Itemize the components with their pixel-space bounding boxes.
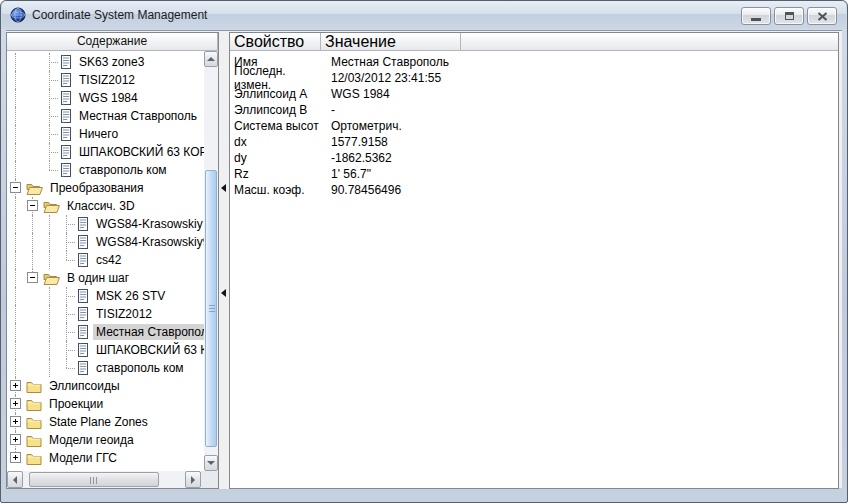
close-button[interactable] <box>807 7 837 25</box>
tree-horizontal-scrollbar[interactable] <box>7 471 201 488</box>
collapse-box-icon[interactable] <box>27 200 38 211</box>
properties-panel: Свойство Значение ИмяМестная СтавропольП… <box>229 32 839 489</box>
tree-item[interactable]: TISIZ2012 <box>7 305 204 323</box>
property-row[interactable]: Последн. измен.12/03/2012 23:41:55 <box>230 70 838 86</box>
tree-guide <box>41 359 58 377</box>
maximize-button[interactable] <box>774 7 804 25</box>
scroll-up-button[interactable] <box>204 51 218 67</box>
tree-item[interactable]: WGS84-Krasowskiy <box>7 215 204 233</box>
tree-item[interactable]: Эллипсоиды <box>7 377 204 395</box>
tree-guide <box>7 323 24 341</box>
expand-box-icon[interactable] <box>10 380 21 391</box>
document-icon <box>77 307 89 321</box>
document-icon <box>77 325 89 339</box>
tree-item-label: TISIZ2012 <box>76 72 138 88</box>
document-icon <box>60 163 72 177</box>
tree-item-label: Преобразования <box>47 180 147 196</box>
vertical-scroll-thumb[interactable] <box>205 170 217 447</box>
collapse-box-icon[interactable] <box>10 182 21 193</box>
property-row[interactable]: dx1577.9158 <box>230 134 838 150</box>
tree-item[interactable]: WGS84-Krasowskiy95 <box>7 233 204 251</box>
minimize-icon <box>751 18 761 21</box>
splitter-arrow-icon[interactable] <box>221 184 226 192</box>
horizontal-scroll-thumb[interactable] <box>29 472 159 487</box>
tree-item-label: Проекции <box>46 396 106 412</box>
tree-item[interactable]: Преобразования <box>7 179 204 197</box>
document-icon <box>60 55 72 69</box>
tree-guide <box>24 125 41 143</box>
tree-item-label: TISIZ2012 <box>93 306 155 322</box>
scroll-left-button[interactable] <box>7 471 23 488</box>
collapse-box-icon[interactable] <box>27 272 38 283</box>
tree-guide <box>41 287 58 305</box>
tree-item[interactable]: State Plane Zones <box>7 413 204 431</box>
document-icon <box>77 361 89 375</box>
tree-item[interactable]: Ничего <box>7 125 204 143</box>
scrollbar-corner <box>201 471 218 488</box>
expand-box-icon[interactable] <box>10 434 21 445</box>
tree-guide <box>24 143 41 161</box>
tree-item-label: ШПАКОВСКИЙ 63 КОР <box>93 342 204 358</box>
tree-guide <box>24 305 41 323</box>
tree-item[interactable]: Модели геоида <box>7 431 204 449</box>
tree-guide <box>7 341 24 359</box>
properties-list: ИмяМестная СтавропольПоследн. измен.12/0… <box>230 51 838 198</box>
tree-guide <box>41 71 58 89</box>
folder-icon <box>26 182 43 195</box>
tree-item-label: State Plane Zones <box>46 414 151 430</box>
tree-item-label: WGS 1984 <box>76 90 141 106</box>
splitter-arrow-icon[interactable] <box>221 289 226 297</box>
right-arrow-icon <box>191 476 195 484</box>
property-name: Эллипсоид В <box>230 103 321 117</box>
property-row[interactable]: Эллипсоид АWGS 1984 <box>230 86 838 102</box>
tree-item[interactable]: Местная Ставрополь <box>7 107 204 125</box>
scroll-right-button[interactable] <box>185 471 201 488</box>
property-row[interactable]: Rz1' 56.7" <box>230 166 838 182</box>
tree-item[interactable]: SK63 zone3 <box>7 53 204 71</box>
tree-item-label: ставрополь ком <box>76 162 170 178</box>
tree-item[interactable]: В один шаг <box>7 269 204 287</box>
tree-item[interactable]: cs42 <box>7 251 204 269</box>
property-row[interactable]: Эллипсоид В- <box>230 102 838 118</box>
up-arrow-icon <box>207 57 215 61</box>
tree-guide <box>41 53 58 71</box>
tree-item[interactable]: TISIZ2012 <box>7 71 204 89</box>
tree-vertical-scrollbar[interactable] <box>204 51 218 471</box>
folder-icon <box>26 416 42 429</box>
tree-item[interactable]: Классич. 3D <box>7 197 204 215</box>
tree-guide <box>58 233 75 251</box>
property-row[interactable]: Система высотОртометрич. <box>230 118 838 134</box>
tree-guide <box>7 233 24 251</box>
tree-item[interactable]: Местная Ставрополь <box>7 323 204 341</box>
property-name: dx <box>230 135 321 149</box>
tree-item[interactable]: ШПАКОВСКИЙ 63 КОР <box>7 143 204 161</box>
minimize-button[interactable] <box>741 7 771 25</box>
property-row[interactable]: ИмяМестная Ставрополь <box>230 54 838 70</box>
tree-guide <box>41 107 58 125</box>
tree-item[interactable]: MSK 26 STV <box>7 287 204 305</box>
maximize-icon <box>785 12 794 20</box>
tree-item[interactable]: ставрополь ком <box>7 359 204 377</box>
tree-item[interactable]: WGS 1984 <box>7 89 204 107</box>
property-value: Местная Ставрополь <box>321 55 449 69</box>
tree-item[interactable]: ставрополь ком <box>7 161 204 179</box>
contents-column-header[interactable]: Содержание <box>7 33 218 51</box>
expand-box-icon[interactable] <box>10 416 21 427</box>
tree-item[interactable]: Модели ГГС <box>7 449 204 467</box>
tree-item[interactable]: Проекции <box>7 395 204 413</box>
expand-box-icon[interactable] <box>10 398 21 409</box>
property-row[interactable]: dy-1862.5362 <box>230 150 838 166</box>
property-name: Rz <box>230 167 321 181</box>
property-column-header[interactable]: Свойство <box>230 33 321 51</box>
property-row[interactable]: Масш. коэф.90.78456496 <box>230 182 838 198</box>
tree-guide <box>24 71 41 89</box>
panel-splitter[interactable] <box>219 32 229 489</box>
expand-box-icon[interactable] <box>10 452 21 463</box>
scroll-down-button[interactable] <box>204 455 218 471</box>
tree-item[interactable]: ШПАКОВСКИЙ 63 КОР <box>7 341 204 359</box>
properties-header: Свойство Значение <box>230 33 838 51</box>
value-column-header[interactable]: Значение <box>321 33 461 51</box>
folder-icon <box>26 398 42 411</box>
empty-column-header[interactable] <box>461 33 838 51</box>
tree-item-label: Классич. 3D <box>64 198 138 214</box>
